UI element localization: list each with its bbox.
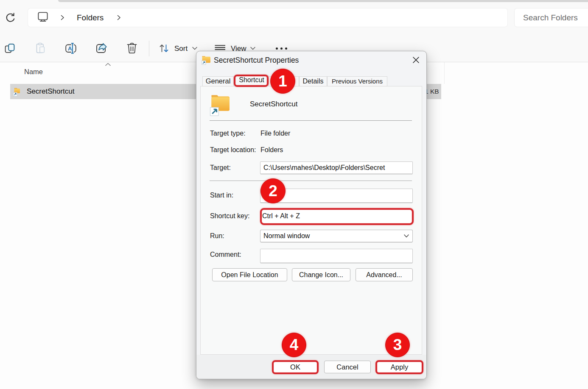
svg-text:A: A (68, 45, 72, 52)
